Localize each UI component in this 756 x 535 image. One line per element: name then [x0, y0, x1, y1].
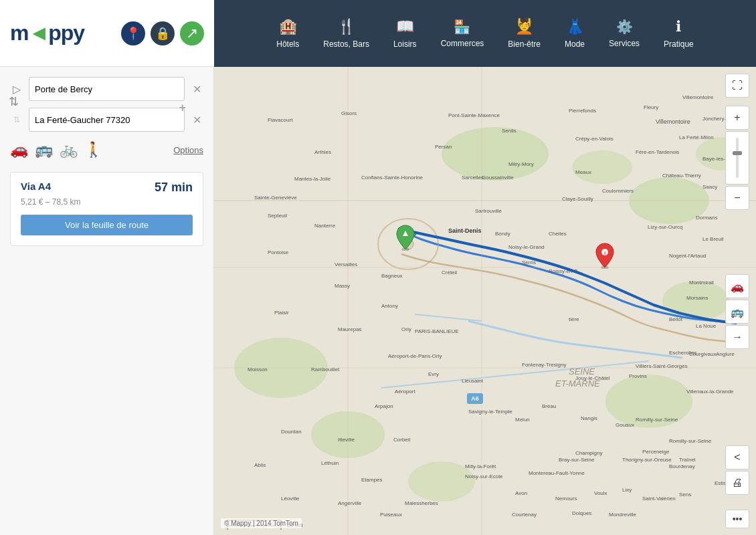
to-input[interactable] — [29, 108, 185, 132]
svg-text:Coulommiers: Coulommiers — [602, 188, 634, 194]
fullscreen-btn[interactable]: ⛶ — [725, 74, 749, 98]
route-time-label: 57 min — [155, 181, 193, 195]
svg-text:Bourdenay: Bourdenay — [669, 463, 695, 469]
svg-text:Goussainville: Goussainville — [482, 175, 514, 181]
svg-text:Plaisir: Plaisir — [274, 310, 289, 316]
svg-text:Puiseaux: Puiseaux — [380, 512, 402, 518]
add-stop-btn[interactable]: + — [179, 101, 186, 115]
svg-text:Château-Thierry: Château-Thierry — [662, 173, 701, 179]
svg-text:Aéroport-de-Paris-Orly: Aéroport-de-Paris-Orly — [388, 353, 442, 359]
zoom-slider[interactable] — [736, 138, 739, 178]
nav-item-commerces[interactable]: 🏪 Commerces — [429, 13, 496, 54]
car-mode-btn[interactable]: 🚗 — [10, 141, 28, 158]
restos-icon: 🍴 — [337, 18, 355, 35]
svg-text:Voulx: Voulx — [594, 490, 607, 496]
feuille-de-route-btn[interactable]: Voir la feuille de route — [21, 215, 193, 235]
svg-text:Antony: Antony — [381, 303, 398, 309]
map-more-btn[interactable]: ••• — [725, 510, 749, 528]
svg-text:Noisy-le-Grand: Noisy-le-Grand — [508, 244, 545, 250]
options-link[interactable]: Options — [173, 145, 203, 155]
svg-text:Dourdan: Dourdan — [281, 429, 302, 435]
start-pin[interactable] — [395, 224, 416, 251]
svg-text:Le Breuil: Le Breuil — [702, 236, 724, 242]
svg-text:Gouaux: Gouaux — [616, 422, 634, 428]
svg-text:Meaux: Meaux — [575, 169, 591, 175]
map-arrow-btn[interactable]: → — [725, 325, 749, 349]
svg-text:Courtenay: Courtenay — [512, 512, 537, 518]
svg-text:Dormans: Dormans — [696, 215, 717, 221]
svg-text:Sartrouville: Sartrouville — [475, 208, 502, 214]
svg-text:Angerville: Angerville — [338, 500, 362, 506]
zoom-in-btn[interactable]: + — [725, 106, 749, 130]
svg-text:Claye-Souilly: Claye-Souilly — [562, 196, 593, 202]
svg-text:PARIS-BANLIEUE: PARIS-BANLIEUE — [415, 328, 459, 334]
svg-text:Romilly-sur-Seine: Romilly-sur-Seine — [636, 417, 678, 423]
svg-text:Léoville: Léoville — [281, 496, 300, 502]
svg-text:Villiers-Saint-Georges: Villiers-Saint-Georges — [636, 363, 688, 369]
svg-text:Arpajon: Arpajon — [375, 403, 393, 409]
map-car-btn[interactable]: 🚗 — [725, 274, 749, 298]
svg-text:Saint-Valérien: Saint-Valérien — [642, 496, 676, 502]
svg-text:Montereau-Fault-Yonne: Montereau-Fault-Yonne — [529, 470, 585, 476]
map-bus-btn[interactable]: 🚌 — [725, 300, 749, 324]
location-btn[interactable]: 📍 — [121, 21, 145, 45]
nav-item-mode[interactable]: 👗 Mode — [553, 13, 597, 54]
svg-text:Septeuil: Septeuil — [268, 213, 287, 219]
svg-text:Morsains: Morsains — [686, 295, 708, 301]
nav-item-bien-etre[interactable]: 💆 Bien-être — [496, 13, 553, 54]
destination-pin[interactable]: i — [594, 242, 616, 269]
bike-mode-btn[interactable]: 🚲 — [60, 141, 78, 158]
zoom-out-btn[interactable]: − — [725, 186, 749, 210]
nav-item-restos[interactable]: 🍴 Restos, Bars — [311, 13, 381, 54]
swap-btn[interactable]: ⇅ — [9, 94, 19, 109]
svg-text:Versailles: Versailles — [335, 261, 357, 268]
svg-text:Roissy-en-B...: Roissy-en-B... — [549, 268, 582, 274]
lock-btn[interactable]: 🔒 — [151, 21, 175, 45]
share-network-btn[interactable]: < — [725, 445, 749, 469]
route-via-label: Via A4 — [21, 181, 51, 192]
svg-text:A6: A6 — [471, 395, 479, 402]
svg-text:Nanterre: Nanterre — [314, 223, 336, 229]
main-nav: 🏨 Hôtels 🍴 Restos, Bars 📖 Loisirs 🏪 Comm… — [214, 0, 756, 67]
print-btn[interactable]: 🖨 — [725, 471, 749, 495]
nav-item-services[interactable]: ⚙️ Services — [597, 13, 652, 54]
share-btn[interactable]: ↗ — [180, 21, 204, 45]
route-details-label: 5,21 € – 78,5 km — [21, 197, 193, 207]
svg-text:Lieusaint: Lieusaint — [462, 378, 484, 384]
walk-mode-btn[interactable]: 🚶 — [84, 141, 102, 158]
svg-text:Persan: Persan — [435, 144, 452, 150]
svg-text:Gisors: Gisors — [341, 110, 357, 116]
svg-text:Mitry-Mory: Mitry-Mory — [508, 161, 534, 167]
from-clear-btn[interactable]: ✕ — [190, 82, 203, 96]
map-controls: ⛶ + − — [725, 74, 749, 210]
svg-text:Flavacourt: Flavacourt — [268, 117, 293, 123]
svg-text:Pierrefonds: Pierrefonds — [569, 108, 596, 114]
svg-point-1 — [442, 127, 549, 181]
svg-text:Etampes: Etampes — [361, 477, 383, 483]
svg-text:Villemontoire: Villemontoire — [656, 118, 690, 125]
svg-text:Rambouillet: Rambouillet — [311, 366, 340, 372]
svg-text:Anglure: Anglure — [716, 351, 735, 357]
map-background: A6 SEINE ET-MARNE Paris Flavacourt Gisor… — [214, 67, 756, 535]
bus-mode-btn[interactable]: 🚌 — [35, 141, 53, 158]
svg-text:Evry: Evry — [428, 371, 439, 377]
nav-item-loisirs[interactable]: 📖 Loisirs — [381, 13, 429, 54]
svg-text:Léthuin: Léthuin — [321, 460, 339, 466]
zoom-track — [725, 131, 749, 185]
commerces-icon: 🏪 — [454, 19, 470, 35]
svg-text:Avon: Avon — [515, 490, 527, 496]
nav-item-pratique[interactable]: ℹ Pratique — [652, 13, 706, 54]
services-icon: ⚙️ — [616, 19, 633, 35]
map-area[interactable]: A6 SEINE ET-MARNE Paris Flavacourt Gisor… — [214, 67, 756, 535]
nav-item-hotels[interactable]: 🏨 Hôtels — [264, 13, 311, 54]
svg-text:La Ferté-Milon: La Ferté-Milon — [679, 134, 714, 140]
from-input[interactable] — [29, 77, 185, 101]
svg-text:Villenaux-la-Grande: Villenaux-la-Grande — [686, 389, 734, 395]
svg-text:Traînel: Traînel — [679, 457, 696, 463]
to-clear-btn[interactable]: ✕ — [190, 113, 203, 126]
svg-text:Sens: Sens — [679, 492, 691, 498]
svg-text:Bagneux: Bagneux — [381, 273, 403, 279]
svg-text:Conflans-Sainte-Honorine: Conflans-Sainte-Honorine — [361, 175, 423, 181]
svg-text:Bray-sur-Seine: Bray-sur-Seine — [559, 457, 595, 463]
from-dot: ▷ — [10, 82, 23, 96]
